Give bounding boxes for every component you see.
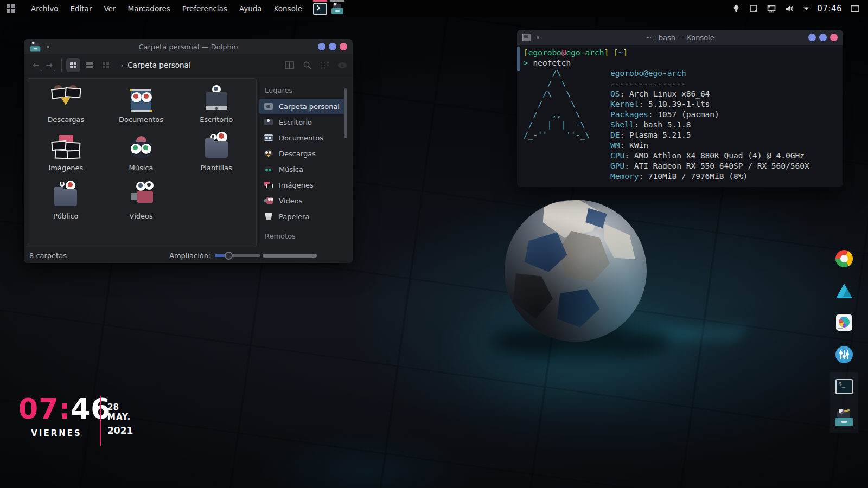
taskbar xyxy=(311,0,346,17)
music-icon xyxy=(264,165,273,174)
tray-expand-icon[interactable] xyxy=(803,7,809,11)
app-launcher-icon[interactable] xyxy=(7,4,15,13)
folder-escritorio[interactable]: Escritorio xyxy=(178,83,254,124)
neofetch-separator: ---------------- xyxy=(610,79,841,89)
place-descargas[interactable]: Descargas xyxy=(259,146,346,162)
desktop-icon xyxy=(264,118,273,126)
preview-eye-icon[interactable] xyxy=(337,62,347,69)
videos-icon xyxy=(126,179,156,210)
documents-icon xyxy=(264,134,273,142)
minute: 46 xyxy=(71,393,111,425)
home-icon xyxy=(264,102,273,111)
menu-archivo[interactable]: Archivo xyxy=(25,0,64,17)
info-gpu: GPU: ATI Radeon RX 550 640SP / RX 560/56… xyxy=(610,161,841,171)
place-label: Papelera xyxy=(279,213,309,221)
tweaks-launcher[interactable] xyxy=(835,345,853,364)
pie-chart-app-icon xyxy=(836,314,852,331)
menu-editar[interactable]: Editar xyxy=(64,0,98,17)
menu-ver[interactable]: Ver xyxy=(98,0,122,17)
terminal-scrollbar[interactable] xyxy=(517,47,520,71)
details-view-button[interactable] xyxy=(82,58,97,72)
konsole-icon: $_ xyxy=(835,379,853,394)
task-indicator xyxy=(330,0,344,2)
notifications-icon[interactable] xyxy=(749,4,758,14)
dolphin-launcher[interactable] xyxy=(835,409,853,428)
neofetch-title: egorobo@ego-arch xyxy=(610,68,841,79)
more-options-icon[interactable] xyxy=(321,62,329,69)
file-view-panel[interactable]: Descargas Documentos E xyxy=(27,78,257,247)
clock-tray[interactable]: 07:46 xyxy=(817,4,842,14)
neofetch-output: /\ / \ /\ \ / \ / ,, \ / | | -\ /_-'' ''… xyxy=(524,68,841,182)
zoom-slider[interactable] xyxy=(215,252,260,260)
places-header: Lugares xyxy=(265,86,348,94)
menu-ayuda[interactable]: Ayuda xyxy=(233,0,268,17)
folder-documentos[interactable]: Documentos xyxy=(104,83,179,124)
zoom-label: Ampliación: xyxy=(169,252,210,260)
window-title: ~ : bash — Konsole xyxy=(517,34,843,42)
info-os: OS: Arch Linux x86_64 xyxy=(610,89,841,99)
place-papelera[interactable]: Papelera xyxy=(259,209,346,224)
triangle-app-launcher[interactable] xyxy=(835,281,853,300)
back-button[interactable]: ←⌄ xyxy=(29,60,43,70)
images-icon xyxy=(50,131,81,162)
place-documentos[interactable]: Documentos xyxy=(259,130,346,146)
folder-publico[interactable]: Público xyxy=(28,179,104,220)
dolphin-icon xyxy=(331,4,343,14)
show-desktop-icon[interactable] xyxy=(850,4,860,13)
dolphin-titlebar[interactable]: Carpeta personal — Dolphin xyxy=(24,39,353,54)
info-cpu: CPU: AMD Athlon X4 880K Quad (4) @ 4.0GH… xyxy=(610,151,841,161)
info-shell: Shell: bash 5.1.8 xyxy=(610,120,841,130)
stats-app-launcher[interactable] xyxy=(835,313,853,332)
folder-musica[interactable]: Música xyxy=(104,131,179,172)
info-wm: WM: KWin xyxy=(610,140,841,151)
place-videos[interactable]: Vídeos xyxy=(259,193,346,209)
split-view-icon[interactable] xyxy=(285,61,294,69)
date-month: MAY. xyxy=(107,412,133,422)
place-escritorio[interactable]: Escritorio xyxy=(259,114,346,130)
menu-preferencias[interactable]: Preferencias xyxy=(176,0,233,17)
maximize-button[interactable] xyxy=(329,43,336,50)
konsole-window: ~ : bash — Konsole [egorobo@ego-arch] [~… xyxy=(517,30,843,187)
icons-view-button[interactable] xyxy=(66,58,80,72)
network-icon[interactable] xyxy=(766,4,777,14)
capacity-bar xyxy=(263,254,317,258)
volume-icon[interactable] xyxy=(784,4,795,14)
redshift-icon[interactable] xyxy=(731,4,741,14)
maximize-button[interactable] xyxy=(819,34,827,41)
place-carpeta-personal[interactable]: Carpeta personal xyxy=(259,99,346,114)
info-packages: Packages: 1057 (pacman) xyxy=(610,110,841,120)
breadcrumb[interactable]: › Carpeta personal xyxy=(120,61,190,69)
folder-descargas[interactable]: Descargas xyxy=(28,83,104,124)
task-dolphin[interactable] xyxy=(329,0,346,17)
konsole-titlebar[interactable]: ~ : bash — Konsole xyxy=(517,30,843,45)
chrome-launcher[interactable] xyxy=(835,249,853,268)
breadcrumb-label[interactable]: Carpeta personal xyxy=(127,61,190,69)
minimize-button[interactable] xyxy=(808,34,816,41)
dolphin-statusbar: 8 carpetas Ampliación: xyxy=(24,248,353,263)
place-label: Imágenes xyxy=(279,181,314,189)
folder-plantillas[interactable]: Plantillas xyxy=(178,131,254,172)
terminal[interactable]: [egorobo@ego-arch] [~] > neofetch /\ / \… xyxy=(517,45,843,187)
date-year: 2021 xyxy=(107,425,133,436)
folder-label: Música xyxy=(104,164,179,172)
zoom-slider-thumb[interactable] xyxy=(225,252,233,260)
folder-videos[interactable]: Vídeos xyxy=(104,179,179,220)
tree-view-button[interactable] xyxy=(99,58,113,72)
place-label: Carpeta personal xyxy=(279,102,340,111)
place-imagenes[interactable]: Imágenes xyxy=(259,177,346,193)
folder-imagenes[interactable]: Imágenes xyxy=(28,131,104,172)
task-konsole[interactable] xyxy=(311,0,329,17)
places-scrollbar[interactable] xyxy=(344,88,347,138)
place-musica[interactable]: Música xyxy=(259,162,346,177)
menu-marcadores[interactable]: Marcadores xyxy=(122,0,176,17)
minimize-button[interactable] xyxy=(318,43,326,50)
konsole-launcher[interactable]: $_ xyxy=(835,377,853,396)
menu-konsole[interactable]: Konsole xyxy=(268,0,308,17)
menu-list: Archivo Editar Ver Marcadores Preferenci… xyxy=(25,0,308,17)
close-button[interactable] xyxy=(830,34,838,41)
date-day: 28 xyxy=(107,402,133,412)
images-icon xyxy=(264,181,273,189)
close-button[interactable] xyxy=(340,43,347,50)
forward-button[interactable]: →⌄ xyxy=(43,60,56,70)
search-icon[interactable] xyxy=(303,61,312,70)
